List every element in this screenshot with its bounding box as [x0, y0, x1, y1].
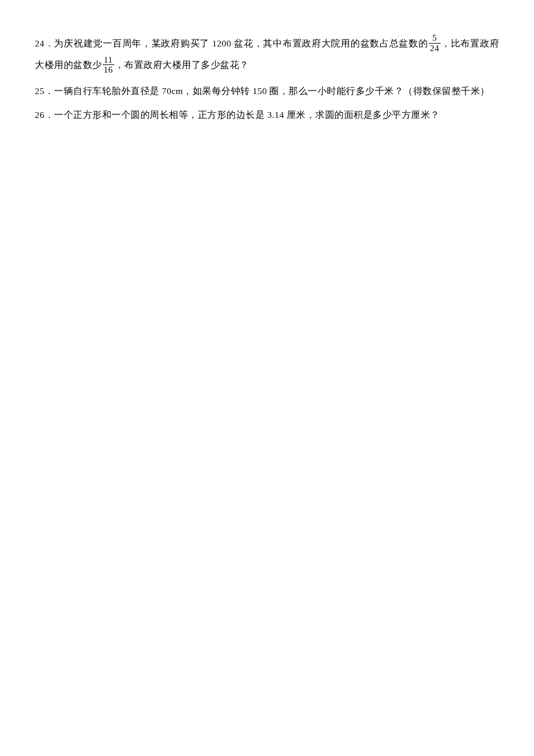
question-25: 25．一辆自行车轮胎外直径是 70cm，如果每分钟转 150 圈，那么一小时能行…	[35, 82, 499, 100]
question-number-26: 26	[35, 110, 45, 120]
question-number-24: 24	[35, 38, 45, 48]
fraction-11-16: 1116	[103, 55, 114, 75]
fraction-numerator: 5	[429, 33, 441, 44]
question-24-text-1: ．为庆祝建党一百周年，某政府购买了 1200 盆花，其中布置政府大院用的盆数占总…	[45, 38, 428, 48]
question-24-text-3: ，布置政府大楼用了多少盆花？	[115, 60, 249, 70]
question-number-25: 25	[35, 86, 45, 96]
fraction-numerator: 11	[103, 55, 114, 66]
question-26: 26．一个正方形和一个圆的周长相等，正方形的边长是 3.14 厘米，求圆的面积是…	[35, 106, 499, 124]
fraction-5-24: 524	[429, 33, 441, 53]
fraction-denominator: 16	[103, 65, 114, 75]
question-25-text: ．一辆自行车轮胎外直径是 70cm，如果每分钟转 150 圈，那么一小时能行多少…	[45, 86, 490, 96]
question-24: 24．为庆祝建党一百周年，某政府购买了 1200 盆花，其中布置政府大院用的盆数…	[35, 33, 499, 76]
question-26-text: ．一个正方形和一个圆的周长相等，正方形的边长是 3.14 厘米，求圆的面积是多少…	[45, 110, 440, 120]
fraction-denominator: 24	[429, 44, 441, 53]
